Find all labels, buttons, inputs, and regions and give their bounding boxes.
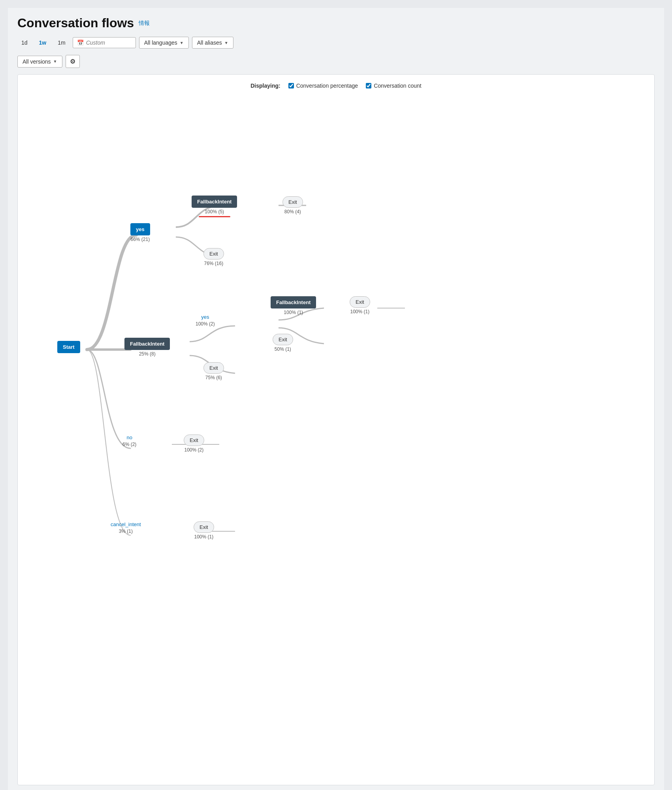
exit-yes1-stats: 76% (16) bbox=[204, 261, 223, 266]
yes1-stats: 66% (21) bbox=[131, 237, 150, 242]
exit-no-node[interactable]: Exit 100% (2) bbox=[184, 434, 204, 453]
all-versions-dropdown[interactable]: All versions ▼ bbox=[17, 56, 62, 68]
time-1m-button[interactable]: 1m bbox=[54, 37, 69, 48]
conv-count-label: Conversation count bbox=[374, 83, 422, 89]
exit-yes1-box: Exit bbox=[203, 248, 224, 260]
exit-yes2-label: Exit bbox=[279, 337, 287, 342]
fallback1-stats: 100% (5) bbox=[205, 209, 224, 214]
fallback3-label: FallbackIntent bbox=[276, 299, 311, 305]
conv-percentage-label: Conversation percentage bbox=[296, 83, 358, 89]
all-languages-dropdown[interactable]: All languages ▼ bbox=[139, 37, 189, 49]
fallback1-node[interactable]: FallbackIntent 100% (5) bbox=[192, 196, 237, 217]
conv-count-checkbox-item: Conversation count bbox=[366, 83, 422, 89]
exit-fallback1-label: Exit bbox=[288, 199, 297, 205]
custom-date-input-wrapper[interactable]: 📅 bbox=[73, 37, 136, 48]
exit-fallback3-label: Exit bbox=[356, 299, 364, 305]
exit-cancel-node[interactable]: Exit 100% (1) bbox=[194, 521, 214, 540]
start-label: Start bbox=[63, 344, 75, 350]
fallback1-label: FallbackIntent bbox=[197, 199, 232, 205]
conv-percentage-checkbox[interactable] bbox=[288, 83, 294, 88]
page-header: Conversation flows 情報 bbox=[17, 16, 655, 30]
yes2-node[interactable]: yes 100% (2) bbox=[196, 314, 215, 327]
exit-yes2-node[interactable]: Exit 50% (1) bbox=[273, 334, 293, 352]
fallback1-underline bbox=[199, 216, 230, 217]
all-aliases-dropdown[interactable]: All aliases ▼ bbox=[192, 37, 233, 49]
gear-icon: ⚙ bbox=[70, 58, 75, 65]
fallback3-stats: 100% (1) bbox=[284, 310, 303, 315]
exit-fallback3-stats: 100% (1) bbox=[350, 309, 369, 314]
custom-date-input[interactable] bbox=[86, 40, 126, 46]
yes1-node-box: yes bbox=[130, 223, 150, 235]
exit-fallback3-box: Exit bbox=[350, 296, 370, 308]
fallback1-node-box: FallbackIntent bbox=[192, 196, 237, 208]
fallback2-node-box: FallbackIntent bbox=[124, 338, 170, 350]
no-stats: 6% (2) bbox=[122, 442, 136, 447]
fallback3-node[interactable]: FallbackIntent 100% (1) bbox=[271, 296, 316, 315]
exit-yes2-box: Exit bbox=[273, 334, 293, 345]
displaying-row: Displaying: Conversation percentage Conv… bbox=[26, 83, 646, 89]
flow-svg bbox=[26, 101, 646, 733]
time-1d-button[interactable]: 1d bbox=[17, 37, 32, 48]
conv-count-checkbox[interactable] bbox=[366, 83, 371, 88]
yes2-label: yes bbox=[201, 314, 209, 320]
exit-cancel-box: Exit bbox=[194, 521, 214, 533]
fallback2-node[interactable]: FallbackIntent 25% (8) bbox=[124, 338, 170, 357]
page-container: Conversation flows 情報 1d 1w 1m 📅 All lan… bbox=[8, 8, 664, 790]
exit-no-label: Exit bbox=[190, 437, 198, 443]
fallback2-label: FallbackIntent bbox=[130, 341, 164, 347]
exit-no-stats: 100% (2) bbox=[184, 447, 203, 453]
flow-container: Start yes 66% (21) FallbackIntent 100% (… bbox=[26, 101, 646, 733]
exit-fallback2-box: Exit bbox=[203, 362, 224, 374]
exit-fallback1-node[interactable]: Exit 80% (4) bbox=[282, 196, 303, 214]
no-node[interactable]: no 6% (2) bbox=[122, 434, 136, 447]
start-node-box: Start bbox=[57, 341, 80, 353]
all-versions-label: All versions bbox=[23, 58, 51, 65]
conv-percentage-checkbox-item: Conversation percentage bbox=[288, 83, 358, 89]
exit-fallback2-label: Exit bbox=[209, 365, 218, 371]
exit-yes2-stats: 50% (1) bbox=[275, 346, 291, 352]
exit-fallback2-node[interactable]: Exit 75% (6) bbox=[203, 362, 224, 380]
exit-fallback3-node[interactable]: Exit 100% (1) bbox=[350, 296, 370, 314]
yes2-stats: 100% (2) bbox=[196, 321, 215, 327]
aliases-arrow-icon: ▼ bbox=[224, 41, 228, 45]
cancel-intent-node[interactable]: cancel_intent 3% (1) bbox=[111, 521, 141, 534]
cancel-intent-stats: 3% (1) bbox=[119, 529, 133, 534]
toolbar: 1d 1w 1m 📅 All languages ▼ All aliases ▼ bbox=[17, 37, 655, 49]
time-1w-button[interactable]: 1w bbox=[35, 37, 51, 49]
toolbar-row2: All versions ▼ ⚙ bbox=[17, 55, 655, 68]
exit-yes1-label: Exit bbox=[209, 251, 218, 257]
yes1-label: yes bbox=[136, 226, 145, 232]
info-link[interactable]: 情報 bbox=[139, 20, 150, 27]
exit-cancel-label: Exit bbox=[200, 524, 208, 530]
fallback2-stats: 25% (8) bbox=[139, 351, 156, 357]
versions-arrow-icon: ▼ bbox=[53, 59, 57, 64]
exit-cancel-stats: 100% (1) bbox=[194, 534, 213, 540]
no-label: no bbox=[126, 434, 132, 440]
exit-fallback2-stats: 75% (6) bbox=[205, 375, 222, 380]
exit-fallback1-stats: 80% (4) bbox=[284, 209, 301, 214]
exit-fallback1-box: Exit bbox=[282, 196, 303, 208]
exit-yes1-node[interactable]: Exit 76% (16) bbox=[203, 248, 224, 266]
page-title: Conversation flows bbox=[17, 16, 134, 30]
yes1-node[interactable]: yes 66% (21) bbox=[130, 223, 150, 242]
settings-button[interactable]: ⚙ bbox=[66, 55, 80, 68]
start-node[interactable]: Start bbox=[57, 341, 80, 353]
fallback3-node-box: FallbackIntent bbox=[271, 296, 316, 308]
all-languages-label: All languages bbox=[144, 40, 177, 46]
displaying-label: Displaying: bbox=[250, 83, 280, 89]
main-card: Displaying: Conversation percentage Conv… bbox=[17, 74, 655, 785]
all-aliases-label: All aliases bbox=[197, 40, 222, 46]
languages-arrow-icon: ▼ bbox=[180, 41, 184, 45]
cancel-intent-label: cancel_intent bbox=[111, 521, 141, 527]
calendar-icon: 📅 bbox=[77, 40, 84, 46]
exit-no-box: Exit bbox=[184, 434, 204, 446]
